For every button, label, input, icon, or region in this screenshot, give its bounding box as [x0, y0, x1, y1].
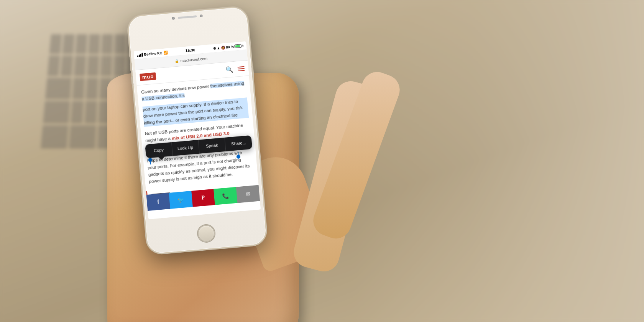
scene: Beeline KG 📶 15:36 ⚙ ▲ 🔕 89 % 🔒: [0, 0, 644, 322]
silent-icon: 🔕: [221, 45, 225, 49]
signal-bar-1: [137, 55, 138, 57]
battery-fill: [235, 45, 240, 47]
battery-indicator: [234, 44, 242, 48]
whatsapp-share-button[interactable]: 📞: [214, 187, 237, 205]
email-icon: ✉: [245, 191, 250, 197]
proximity-sensor: [200, 15, 203, 18]
url-text: makeuseof.com: [180, 56, 207, 63]
facebook-share-button[interactable]: f: [146, 193, 170, 211]
twitter-share-button[interactable]: 🐦: [169, 191, 192, 209]
context-lookup-button[interactable]: Look Up: [172, 140, 200, 156]
menu-icon[interactable]: [237, 66, 245, 71]
time-display: 15:36: [185, 48, 195, 53]
location-icon: ▲: [217, 46, 220, 50]
email-share-button[interactable]: ✉: [236, 185, 260, 203]
settings-icon: ⚙: [213, 46, 216, 50]
mute-button[interactable]: [129, 51, 131, 57]
signal-bars: [137, 53, 143, 57]
front-camera: [172, 17, 175, 20]
pinterest-icon: P: [201, 195, 205, 201]
phone: Beeline KG 📶 15:36 ⚙ ▲ 🔕 89 % 🔒: [128, 7, 267, 254]
muo-logo[interactable]: muo: [140, 72, 156, 81]
twitter-icon: 🐦: [177, 196, 184, 203]
signal-bar-4: [141, 53, 143, 56]
lock-icon: 🔒: [174, 59, 179, 63]
carrier-name: Beeline KG: [144, 51, 163, 56]
selected-text-1: themselves using a USB connection, it's: [141, 81, 244, 101]
article-content: Given so many devices now power themselv…: [137, 76, 258, 189]
signal-bar-2: [139, 54, 140, 57]
context-menu-arrow: [158, 157, 165, 160]
volume-up-button[interactable]: [130, 63, 133, 71]
menu-line-1: [237, 66, 244, 67]
battery-percent: 89 %: [226, 44, 234, 49]
article-paragraph-2: port on your laptop can supply. If a dev…: [143, 97, 249, 127]
status-left: Beeline KG 📶: [137, 50, 168, 57]
facebook-icon: f: [157, 199, 159, 205]
home-button[interactable]: [197, 224, 215, 243]
status-right: ⚙ ▲ 🔕 89 %: [213, 44, 243, 50]
context-copy-button[interactable]: Copy: [145, 142, 173, 158]
selection-cursor-left: [150, 160, 151, 164]
battery-tip: [243, 45, 243, 47]
volume-down-button[interactable]: [131, 76, 134, 85]
phone-screen: Beeline KG 📶 15:36 ⚙ ▲ 🔕 89 % 🔒: [134, 41, 261, 219]
context-speak-button[interactable]: Speak: [198, 138, 226, 154]
search-icon[interactable]: 🔍: [225, 66, 233, 74]
whatsapp-icon: 📞: [222, 192, 229, 199]
phone-speaker: [178, 15, 197, 19]
wifi-icon: 📶: [163, 50, 168, 54]
phone-top-area: [172, 15, 203, 20]
menu-line-3: [238, 70, 245, 71]
menu-line-2: [238, 68, 245, 69]
header-icons: 🔍: [225, 65, 245, 74]
pinterest-share-button[interactable]: P: [191, 189, 215, 207]
context-share-button[interactable]: Share...: [225, 135, 253, 151]
